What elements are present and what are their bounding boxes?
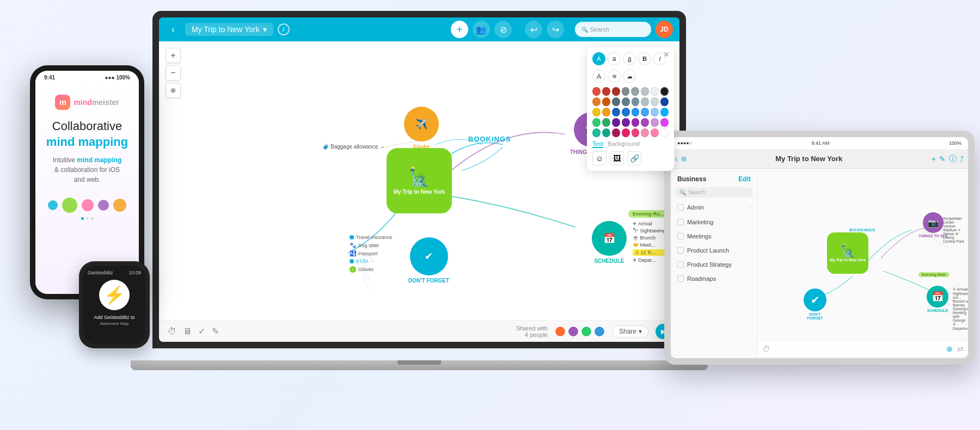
undo-button[interactable]: ↩ xyxy=(525,21,542,38)
sidebar-item-product-strategy[interactable]: Product Strategy xyxy=(671,257,757,272)
color-swatch[interactable] xyxy=(641,108,649,116)
color-swatch[interactable] xyxy=(612,87,620,96)
sidebar-item-admin[interactable]: Admin › xyxy=(671,200,757,215)
color-swatch[interactable] xyxy=(592,128,601,137)
color-swatch[interactable] xyxy=(612,97,620,106)
text-tab[interactable]: Text xyxy=(592,140,603,148)
search-icon: 🔍 xyxy=(581,27,588,33)
background-tab[interactable]: Background xyxy=(608,140,640,148)
format-active-btn[interactable]: A xyxy=(592,52,605,65)
color-swatch[interactable] xyxy=(632,108,640,116)
ipad-grid-button[interactable]: ⊞ xyxy=(681,155,687,163)
style-icon3-btn[interactable]: 🔗 xyxy=(627,151,641,165)
color-swatch[interactable] xyxy=(651,108,659,116)
color-swatch[interactable] xyxy=(602,97,610,106)
color-swatch[interactable] xyxy=(632,118,640,127)
redo-button[interactable]: ↪ xyxy=(547,21,564,38)
sidebar-item-marketing[interactable]: Marketing xyxy=(671,215,757,229)
sidebar-item-product-launch[interactable]: Product Launch xyxy=(671,243,757,257)
zoom-in-button[interactable]: + xyxy=(166,48,181,63)
color-swatch[interactable] xyxy=(602,118,610,127)
color-swatch[interactable] xyxy=(632,128,640,137)
color-swatch[interactable] xyxy=(612,128,620,137)
color-swatch[interactable] xyxy=(602,128,610,137)
color-swatch[interactable] xyxy=(592,108,601,116)
color-swatch[interactable] xyxy=(651,87,659,96)
color-swatch[interactable] xyxy=(592,97,601,106)
color-swatch[interactable] xyxy=(622,87,630,96)
fit-screen-button[interactable]: ⊕ xyxy=(166,83,181,98)
flight-node[interactable]: ✈️ Flight xyxy=(404,107,439,150)
ipad-bottom-icon1[interactable]: ⏱ xyxy=(762,345,770,353)
color-swatch[interactable] xyxy=(651,128,659,137)
color-swatch[interactable] xyxy=(660,118,669,127)
format-icon3-btn[interactable]: ☁ xyxy=(623,70,636,83)
color-swatch[interactable] xyxy=(641,118,649,127)
ipad-dont-forget-node[interactable]: ✔ DON'TFORGET xyxy=(804,288,826,320)
add-button[interactable]: + xyxy=(451,21,468,38)
check-icon[interactable]: ✓ xyxy=(198,326,205,336)
ipad-bottom-icon2[interactable]: ⇄ xyxy=(957,345,964,353)
color-panel-close[interactable]: ✕ xyxy=(663,50,670,59)
color-swatch[interactable] xyxy=(660,97,669,106)
format-icon1-btn[interactable]: A xyxy=(592,70,605,83)
display-icon[interactable]: 🖥 xyxy=(183,327,192,336)
color-swatch[interactable] xyxy=(592,87,601,96)
color-swatch[interactable] xyxy=(622,128,630,137)
color-swatch[interactable] xyxy=(592,118,601,127)
color-swatch[interactable] xyxy=(612,118,620,127)
color-swatch[interactable] xyxy=(660,128,669,137)
color-swatch[interactable] xyxy=(632,97,640,106)
edit-icon[interactable]: ✎ xyxy=(212,326,219,336)
back-button[interactable]: ‹ xyxy=(166,22,181,37)
ipad-add-button[interactable]: + xyxy=(932,155,936,163)
ipad-share-button[interactable]: ⤴ xyxy=(960,155,964,163)
color-swatch[interactable] xyxy=(602,108,610,116)
ipad-search[interactable]: 🔍 Search xyxy=(675,187,753,198)
format-underline-btn[interactable]: a xyxy=(623,52,636,65)
color-swatch[interactable] xyxy=(660,108,669,116)
document-title[interactable]: My Trip to New York ▾ xyxy=(185,23,273,36)
color-swatch[interactable] xyxy=(622,97,630,106)
zoom-out-button[interactable]: − xyxy=(166,65,181,81)
share-people-button[interactable]: 👥 xyxy=(473,21,490,38)
ipad-schedule-node[interactable]: 📅 SCHEDULE xyxy=(927,286,948,312)
color-swatch[interactable] xyxy=(622,118,630,127)
page-dot-2 xyxy=(86,217,89,220)
history-icon[interactable]: ⏱ xyxy=(168,327,176,336)
color-swatch-selected[interactable] xyxy=(660,87,669,96)
ipad-edit-link[interactable]: Edit xyxy=(738,175,751,183)
laptop-body: ‹ My Trip to New York ▾ i + 👥 ⊘ ↩ ↪ 🔍 Se… xyxy=(152,11,686,348)
color-swatch[interactable] xyxy=(641,128,649,137)
search-bar[interactable]: 🔍 Search xyxy=(575,22,651,37)
color-swatch[interactable] xyxy=(651,118,659,127)
ipad-back-button[interactable]: ‹ xyxy=(675,155,678,163)
center-node[interactable]: 🗽 My Trip to New York xyxy=(387,148,452,213)
style-icon2-btn[interactable]: 🖼 xyxy=(610,151,624,165)
ipad-add-node-button[interactable]: ⊕ xyxy=(946,345,953,353)
ipad-center-node[interactable]: 🗽 My Trip to New York xyxy=(827,232,868,274)
color-swatch[interactable] xyxy=(602,87,610,96)
avatar-1 xyxy=(554,325,566,337)
ipad-info-button[interactable]: ⓘ xyxy=(949,154,957,164)
ipad-edit-button[interactable]: ✎ xyxy=(939,155,946,163)
color-swatch[interactable] xyxy=(641,97,649,106)
format-bold-btn[interactable]: B xyxy=(638,52,651,65)
color-swatch[interactable] xyxy=(612,108,620,116)
color-swatch[interactable] xyxy=(651,97,659,106)
ipad-title: My Trip to New York xyxy=(690,155,928,163)
style-icon1-btn[interactable]: ☺ xyxy=(592,151,607,165)
info-button[interactable]: i xyxy=(278,23,290,35)
color-swatch[interactable] xyxy=(631,87,639,96)
ban-button[interactable]: ⊘ xyxy=(494,21,512,38)
sidebar-item-roadmaps[interactable]: Roadmaps xyxy=(671,272,757,286)
user-avatar[interactable]: JD xyxy=(656,21,673,38)
sidebar-item-meetings[interactable]: Meetings xyxy=(671,229,757,243)
color-swatch[interactable] xyxy=(641,87,649,96)
share-button[interactable]: Share ▾ xyxy=(612,325,649,337)
format-icon2-btn[interactable]: ≋ xyxy=(608,70,621,83)
format-text-btn[interactable]: a xyxy=(608,52,621,65)
dont-forget-node[interactable]: ✔ DON'T FORGET xyxy=(408,237,449,284)
schedule-node[interactable]: 📅 SCHEDULE xyxy=(592,221,627,264)
color-swatch[interactable] xyxy=(622,108,630,116)
